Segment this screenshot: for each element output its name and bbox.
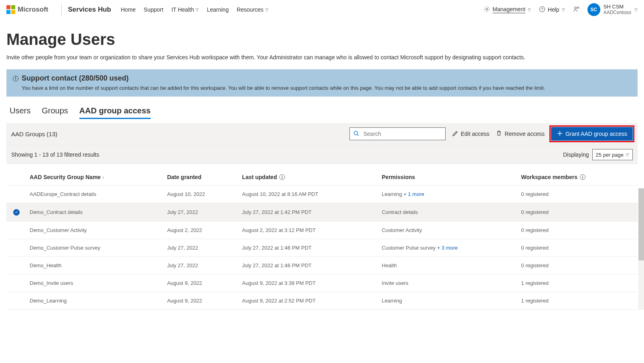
microsoft-logo-icon bbox=[6, 5, 15, 14]
cell-permissions: Customer Activity bbox=[379, 221, 518, 239]
microsoft-label: Microsoft bbox=[18, 6, 48, 14]
checkmark-icon: ✓ bbox=[13, 209, 20, 216]
nav-links: Home Support IT Health ▽ Learning Resour… bbox=[121, 6, 268, 13]
showing-text: Showing 1 - 13 of 13 filtered results bbox=[11, 151, 99, 158]
page-title: Manage Users bbox=[6, 30, 638, 48]
tab-aad-group-access[interactable]: AAD group access bbox=[79, 106, 151, 119]
cell-date: July 27, 2022 bbox=[164, 239, 239, 256]
cell-updated: July 27, 2022 at 1:46 PM PDT bbox=[239, 239, 378, 256]
aad-groups-table: AAD Security Group Name ↑ Date granted L… bbox=[6, 169, 638, 310]
remove-access-button[interactable]: Remove access bbox=[496, 130, 545, 138]
cell-name: Demo_Customer Pulse survey bbox=[26, 239, 164, 256]
cell-name: Demo_Customer Activity bbox=[26, 221, 164, 239]
nav-home[interactable]: Home bbox=[121, 6, 135, 13]
scrollbar-thumb[interactable] bbox=[638, 188, 644, 260]
col-members[interactable]: Workspace members i bbox=[518, 169, 638, 186]
chevron-down-icon: ▽ bbox=[626, 153, 629, 157]
cell-members: 1 registered bbox=[518, 274, 638, 292]
cell-permissions: Health bbox=[379, 256, 518, 274]
table-row[interactable]: AADEurope_Contract detailsAugust 10, 202… bbox=[6, 186, 638, 203]
table-row[interactable]: Demo_LearningAugust 9, 2022August 9, 202… bbox=[6, 292, 638, 309]
permissions-more-link[interactable]: + 1 more bbox=[402, 191, 424, 197]
edit-access-button[interactable]: Edit access bbox=[452, 130, 490, 138]
row-select[interactable]: ✓ bbox=[6, 203, 26, 222]
management-dropdown[interactable]: Management ▽ bbox=[484, 6, 531, 14]
profile-name: SH CSM bbox=[604, 4, 631, 10]
aad-groups-toolbar: AAD Groups (13) Edit access bbox=[6, 123, 638, 145]
cell-name: Demo_Invite users bbox=[26, 274, 164, 292]
cell-updated: August 9, 2022 at 3:38 PM PDT bbox=[239, 274, 378, 292]
aad-groups-heading: AAD Groups (13) bbox=[11, 131, 57, 137]
svg-point-4 bbox=[577, 7, 579, 8]
pencil-icon bbox=[452, 130, 458, 138]
plus-icon bbox=[557, 130, 563, 138]
search-input[interactable] bbox=[363, 130, 442, 137]
nav-resources[interactable]: Resources ▽ bbox=[237, 6, 269, 13]
cell-permissions: Invite users bbox=[379, 274, 518, 292]
permissions-more-link[interactable]: + 3 more bbox=[436, 245, 458, 251]
tab-groups[interactable]: Groups bbox=[42, 106, 68, 119]
cell-permissions: Learning + 1 more bbox=[379, 186, 518, 203]
row-select[interactable] bbox=[6, 274, 26, 292]
col-permissions[interactable]: Permissions bbox=[379, 169, 518, 186]
banner-title: Support contact (280/500 used) bbox=[22, 74, 129, 83]
cell-date: August 9, 2022 bbox=[164, 292, 239, 309]
table-row[interactable]: Demo_HealthJuly 27, 2022July 27, 2022 at… bbox=[6, 256, 638, 274]
cell-members: 0 registered bbox=[518, 221, 638, 239]
divider bbox=[61, 4, 62, 15]
nav-support[interactable]: Support bbox=[144, 6, 164, 13]
brand-label[interactable]: Services Hub bbox=[68, 6, 111, 14]
row-select[interactable] bbox=[6, 186, 26, 203]
cell-members: 0 registered bbox=[518, 186, 638, 203]
profile-org: AADContoso bbox=[604, 10, 631, 15]
col-date[interactable]: Date granted bbox=[164, 169, 239, 186]
cell-updated: August 2, 2022 at 3:12 PM PDT bbox=[239, 221, 378, 239]
svg-point-3 bbox=[574, 7, 576, 9]
svg-text:?: ? bbox=[541, 7, 543, 11]
filter-bar: Showing 1 - 13 of 13 filtered results Di… bbox=[6, 145, 638, 164]
support-contact-banner: i Support contact (280/500 used) You hav… bbox=[6, 69, 638, 97]
grant-aad-group-access-button[interactable]: Grant AAD group access bbox=[551, 127, 633, 141]
table-row[interactable]: Demo_Customer Pulse surveyJuly 27, 2022J… bbox=[6, 239, 638, 256]
page-description: Invite other people from your team or or… bbox=[6, 54, 638, 60]
row-select[interactable] bbox=[6, 239, 26, 256]
avatar: SC bbox=[587, 3, 600, 16]
notifications-button[interactable] bbox=[573, 6, 579, 14]
microsoft-logo[interactable]: Microsoft bbox=[6, 5, 48, 14]
help-dropdown[interactable]: ? Help ▽ bbox=[539, 6, 565, 14]
cell-name: AADEurope_Contract details bbox=[26, 186, 164, 203]
tab-users[interactable]: Users bbox=[10, 106, 30, 119]
info-icon: i bbox=[13, 76, 18, 81]
cell-members: 0 registered bbox=[518, 256, 638, 274]
cell-permissions: Contract details bbox=[379, 203, 518, 222]
row-select[interactable] bbox=[6, 292, 26, 309]
chevron-down-icon: ▽ bbox=[528, 8, 531, 12]
cell-date: July 27, 2022 bbox=[164, 256, 239, 274]
cell-date: July 27, 2022 bbox=[164, 203, 239, 222]
row-select[interactable] bbox=[6, 221, 26, 239]
table-row[interactable]: Demo_Customer ActivityAugust 2, 2022Augu… bbox=[6, 221, 638, 239]
row-select[interactable] bbox=[6, 256, 26, 274]
top-nav: Microsoft Services Hub Home Support IT H… bbox=[0, 0, 644, 19]
cell-date: August 9, 2022 bbox=[164, 274, 239, 292]
info-icon: i bbox=[580, 174, 585, 180]
info-icon: i bbox=[279, 174, 285, 180]
profile-menu[interactable]: SC SH CSM AADContoso ▽ bbox=[587, 3, 638, 16]
table-row[interactable]: ✓Demo_Contract detailsJuly 27, 2022July … bbox=[6, 203, 638, 222]
chevron-down-icon: ▽ bbox=[634, 8, 638, 12]
cell-permissions: Customer Pulse survey + 3 more bbox=[379, 239, 518, 256]
help-icon: ? bbox=[539, 6, 545, 14]
table-row[interactable]: Demo_Invite usersAugust 9, 2022August 9,… bbox=[6, 274, 638, 292]
col-updated[interactable]: Last updated i bbox=[239, 169, 378, 186]
search-icon bbox=[353, 130, 359, 138]
cell-updated: August 10, 2022 at 8:16 AM PDT bbox=[239, 186, 378, 203]
per-page-select[interactable]: 25 per page ▽ bbox=[592, 149, 633, 160]
nav-learning[interactable]: Learning bbox=[207, 6, 229, 13]
scrollbar[interactable] bbox=[638, 188, 644, 310]
col-name[interactable]: AAD Security Group Name ↑ bbox=[26, 169, 164, 186]
cell-updated: August 9, 2022 at 2:52 PM PDT bbox=[239, 292, 378, 309]
search-box[interactable] bbox=[349, 127, 446, 140]
nav-it-health[interactable]: IT Health ▽ bbox=[172, 6, 199, 13]
cell-permissions: Learning bbox=[379, 292, 518, 309]
chevron-down-icon: ▽ bbox=[196, 8, 199, 12]
